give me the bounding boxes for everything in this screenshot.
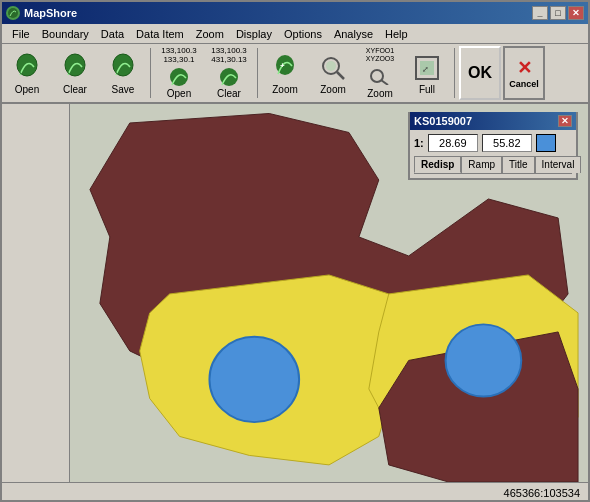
- svg-text:⤢: ⤢: [422, 65, 429, 74]
- ks-tab-bar: Redisp Ramp Title Interval: [414, 156, 572, 174]
- app-icon: [6, 6, 20, 20]
- map-area: KS0159007 ✕ 1: Redisp Ramp Title Interva…: [70, 104, 588, 482]
- ks-title: KS0159007: [414, 115, 472, 127]
- menu-boundary[interactable]: Boundary: [36, 27, 95, 41]
- zoom2-button[interactable]: Zoom: [310, 46, 356, 100]
- svg-line-15: [381, 80, 388, 85]
- menu-bar: File Boundary Data Data Item Zoom Displa…: [2, 24, 588, 44]
- zoom2-icon: [317, 52, 349, 84]
- menu-help[interactable]: Help: [379, 27, 414, 41]
- clear-button[interactable]: Clear: [52, 46, 98, 100]
- svg-point-25: [446, 324, 522, 396]
- ks-body: 1: Redisp Ramp Title Interval: [410, 130, 576, 178]
- window-controls: _ □ ✕: [532, 6, 584, 20]
- menu-options[interactable]: Options: [278, 27, 328, 41]
- svg-point-22: [209, 337, 299, 422]
- clear-label: Clear: [63, 85, 87, 95]
- open2-coords: 133,100.3133,30.1: [161, 47, 197, 65]
- open-button[interactable]: Open: [4, 46, 50, 100]
- cancel-label: Cancel: [509, 79, 539, 89]
- menu-data[interactable]: Data: [95, 27, 130, 41]
- full-icon: ⤢: [411, 52, 443, 84]
- menu-data-item[interactable]: Data Item: [130, 27, 190, 41]
- zoom3-button[interactable]: XYFOO1XYZOO3 Zoom: [358, 46, 402, 100]
- close-button[interactable]: ✕: [568, 6, 584, 20]
- ks-tab-title[interactable]: Title: [502, 156, 535, 173]
- sidebar: [2, 104, 70, 482]
- toolbar-sep-3: [454, 48, 455, 98]
- maximize-button[interactable]: □: [550, 6, 566, 20]
- cancel-button[interactable]: ✕ Cancel: [503, 46, 545, 100]
- toolbar-sep-1: [150, 48, 151, 98]
- save-button[interactable]: Save: [100, 46, 146, 100]
- save-label: Save: [112, 85, 135, 95]
- zoom3-icon: [364, 63, 396, 88]
- ok-label: OK: [468, 64, 492, 82]
- menu-display[interactable]: Display: [230, 27, 278, 41]
- menu-file[interactable]: File: [6, 27, 36, 41]
- svg-text:+: +: [280, 61, 285, 70]
- status-coords: 465366:103534: [504, 487, 580, 499]
- title-bar-left: MapShore: [6, 6, 77, 20]
- clear2-label: Clear: [217, 89, 241, 99]
- full-label: Full: [419, 85, 435, 95]
- open-label: Open: [15, 85, 39, 95]
- ks-panel: KS0159007 ✕ 1: Redisp Ramp Title Interva…: [408, 112, 578, 180]
- ks-row-label: 1:: [414, 137, 424, 149]
- svg-line-12: [337, 72, 344, 79]
- menu-analyse[interactable]: Analyse: [328, 27, 379, 41]
- zoom3-coords: XYFOO1XYZOO3: [366, 47, 394, 62]
- ks-row1: 1:: [414, 134, 572, 152]
- zoom1-icon: +: [269, 52, 301, 84]
- zoom1-label: Zoom: [272, 85, 298, 95]
- ks-color-box[interactable]: [536, 134, 556, 152]
- ks-value1-input[interactable]: [428, 134, 478, 152]
- zoom2-label: Zoom: [320, 85, 346, 95]
- status-bar: 465366:103534: [2, 482, 588, 502]
- ks-tabs: Redisp Ramp Title Interval: [414, 156, 572, 173]
- ks-title-bar: KS0159007 ✕: [410, 112, 576, 130]
- open2-icon: [163, 66, 195, 88]
- clear-icon: [59, 52, 91, 84]
- svg-point-13: [326, 61, 336, 71]
- main-content: KS0159007 ✕ 1: Redisp Ramp Title Interva…: [2, 104, 588, 482]
- ks-tab-ramp[interactable]: Ramp: [461, 156, 502, 173]
- zoom1-button[interactable]: + Zoom: [262, 46, 308, 100]
- menu-zoom[interactable]: Zoom: [190, 27, 230, 41]
- app-title: MapShore: [24, 7, 77, 19]
- save-icon: [107, 52, 139, 84]
- ks-tab-redisp[interactable]: Redisp: [414, 156, 461, 173]
- clear2-button[interactable]: 133,100.3431,30.13 Clear: [205, 46, 253, 100]
- ks-value2-input[interactable]: [482, 134, 532, 152]
- clear2-coords: 133,100.3431,30.13: [211, 47, 247, 65]
- clear2-icon: [213, 66, 245, 88]
- toolbar-sep-2: [257, 48, 258, 98]
- cancel-x-icon: ✕: [517, 57, 532, 79]
- ok-button[interactable]: OK: [459, 46, 501, 100]
- title-bar: MapShore _ □ ✕: [2, 2, 588, 24]
- ks-tab-interval[interactable]: Interval: [535, 156, 582, 173]
- open2-button[interactable]: 133,100.3133,30.1 Open: [155, 46, 203, 100]
- zoom3-label: Zoom: [367, 89, 393, 99]
- full-button[interactable]: ⤢ Full: [404, 46, 450, 100]
- svg-point-0: [8, 8, 18, 18]
- toolbar: Open Clear Save 133,100.3133,30.1: [2, 44, 588, 104]
- open2-label: Open: [167, 89, 191, 99]
- minimize-button[interactable]: _: [532, 6, 548, 20]
- ks-close-button[interactable]: ✕: [558, 115, 572, 127]
- open-icon: [11, 52, 43, 84]
